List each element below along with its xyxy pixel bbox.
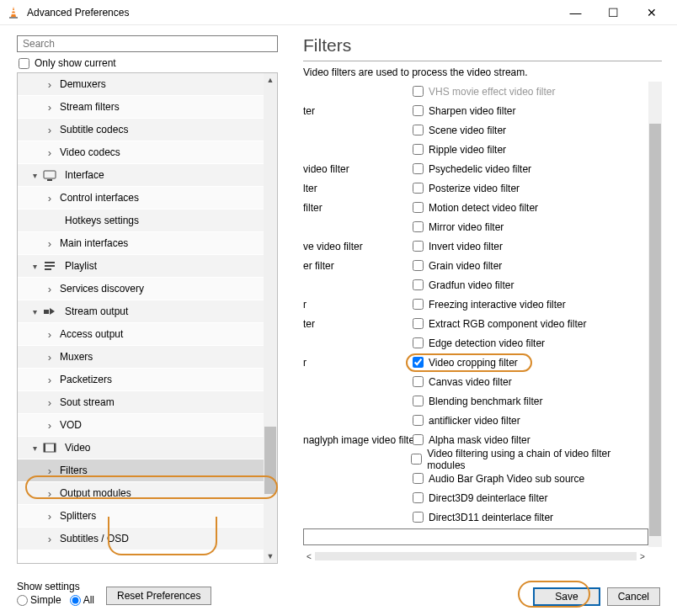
filter-checkbox[interactable] — [411, 454, 422, 465]
tree-scrollbar[interactable]: ▲ ▼ — [264, 73, 277, 563]
filter-checkbox[interactable] — [413, 86, 424, 97]
tree-row[interactable]: ›Services discovery — [18, 278, 264, 300]
collapse-icon[interactable]: ▾ — [29, 171, 40, 180]
tree-row[interactable]: Hotkeys settings — [18, 210, 264, 232]
filter-row: Ripple video filter — [303, 140, 648, 159]
hscroll-right-icon[interactable]: > — [637, 552, 648, 561]
panel-desc: Video filters are used to process the vi… — [303, 66, 669, 78]
filter-checkbox[interactable] — [413, 357, 424, 368]
only-show-current-box[interactable] — [19, 58, 29, 69]
filter-checkbox[interactable] — [413, 221, 424, 232]
tree-row[interactable]: ›Filters — [18, 459, 264, 482]
filter-left-text: naglyph image video filter — [303, 434, 413, 446]
panel-vscrollbar[interactable] — [648, 82, 662, 547]
tree-label: Access output — [60, 328, 123, 340]
only-show-current-checkbox[interactable]: Only show current — [19, 57, 286, 69]
filter-checkbox[interactable] — [413, 279, 424, 290]
tree-row[interactable]: ›Control interfaces — [18, 187, 264, 210]
expand-icon[interactable]: › — [45, 78, 55, 91]
filter-checkbox[interactable] — [413, 144, 424, 155]
filter-checkbox[interactable] — [413, 376, 424, 387]
expand-icon[interactable]: › — [45, 101, 55, 114]
filter-row: Direct3D11 deinterlace filter — [303, 507, 648, 527]
cancel-button[interactable]: Cancel — [607, 587, 660, 606]
radio-simple[interactable]: Simple — [17, 594, 61, 606]
tree-row[interactable]: ›Subtitle codecs — [18, 119, 264, 141]
tree-row[interactable]: ›Muxers — [18, 346, 264, 369]
tree-row[interactable]: ›Packetizers — [18, 369, 264, 391]
tree-row[interactable]: ›Access output — [18, 323, 264, 346]
tree-row[interactable]: ›Sout stream — [18, 391, 264, 414]
radio-all[interactable]: All — [70, 594, 94, 606]
svg-rect-1 — [9, 17, 18, 19]
hscroll-left-icon[interactable]: < — [303, 552, 315, 561]
tree-row[interactable]: ▾Video — [18, 437, 264, 459]
tree-row[interactable]: ›Video codecs — [18, 141, 264, 164]
expand-icon[interactable]: › — [45, 351, 55, 364]
tree-row[interactable]: ›Stream filters — [18, 96, 264, 119]
expand-icon[interactable]: › — [45, 396, 55, 409]
minimize-button[interactable]: — — [557, 0, 594, 25]
filter-label: Mirror video filter — [429, 221, 504, 233]
save-button[interactable]: Save — [533, 587, 600, 606]
tree-row[interactable]: ›Main interfaces — [18, 232, 264, 255]
filter-label: Posterize video filter — [429, 183, 520, 194]
reset-preferences-button[interactable]: Reset Preferences — [106, 587, 211, 605]
filter-checkbox[interactable] — [413, 434, 424, 445]
collapse-icon[interactable]: ▾ — [29, 443, 40, 453]
collapse-icon[interactable]: ▾ — [29, 307, 40, 316]
filter-checkbox[interactable] — [413, 473, 424, 484]
search-input[interactable] — [17, 35, 278, 52]
close-button[interactable]: ✕ — [632, 0, 670, 25]
expand-icon[interactable]: › — [45, 328, 55, 341]
expand-icon[interactable]: › — [45, 533, 55, 545]
hscroll-track[interactable] — [315, 552, 637, 560]
filter-checkbox[interactable] — [413, 125, 424, 135]
filter-checkbox[interactable] — [413, 396, 424, 406]
filter-row: Blending benchmark filter — [303, 391, 648, 411]
filter-text-input[interactable] — [303, 528, 648, 545]
expand-icon[interactable]: › — [45, 510, 55, 523]
filter-checkbox[interactable] — [413, 260, 424, 271]
filter-left-text: ter — [303, 318, 413, 330]
filter-checkbox[interactable] — [413, 492, 424, 503]
filter-checkbox[interactable] — [413, 202, 424, 213]
scroll-down-icon[interactable]: ▼ — [264, 550, 277, 563]
filter-checkbox[interactable] — [413, 337, 424, 348]
tree-row[interactable]: ›Splitters — [18, 505, 264, 528]
expand-icon[interactable]: › — [45, 465, 55, 477]
expand-icon[interactable]: › — [45, 487, 55, 500]
tree-row[interactable]: ›Demuxers — [18, 73, 264, 96]
filter-checkbox[interactable] — [413, 415, 424, 426]
collapse-icon[interactable]: ▾ — [29, 262, 40, 271]
tree-row[interactable]: ›VOD — [18, 414, 264, 437]
filter-checkbox[interactable] — [413, 183, 424, 194]
expand-icon[interactable]: › — [45, 419, 55, 432]
panel-hscrollbar[interactable]: < > — [303, 550, 648, 562]
filter-checkbox[interactable] — [413, 318, 424, 329]
svg-rect-4 — [44, 171, 56, 178]
filter-checkbox[interactable] — [413, 241, 424, 252]
svg-rect-12 — [54, 443, 56, 452]
scroll-thumb[interactable] — [264, 427, 276, 494]
expand-icon[interactable]: › — [45, 374, 55, 386]
tree-row[interactable]: ▾Stream output — [18, 300, 264, 323]
tree-row[interactable]: ›Output modules — [18, 482, 264, 505]
filter-checkbox[interactable] — [413, 105, 424, 116]
tree-label: Playlist — [65, 260, 97, 272]
filter-checkbox[interactable] — [413, 163, 424, 174]
expand-icon[interactable]: › — [45, 237, 55, 250]
maximize-button[interactable]: ☐ — [594, 0, 632, 25]
tree-row[interactable]: ▾Interface — [18, 164, 264, 187]
tree-row[interactable]: ▾Playlist — [18, 255, 264, 278]
expand-icon[interactable]: › — [45, 192, 55, 204]
filter-row: filterMotion detect video filter — [303, 198, 648, 217]
expand-icon[interactable]: › — [45, 283, 55, 295]
tree-row[interactable]: ›Subtitles / OSD — [18, 528, 264, 550]
panel-vscroll-thumb[interactable] — [649, 124, 661, 536]
filter-checkbox[interactable] — [413, 299, 424, 310]
expand-icon[interactable]: › — [45, 124, 55, 136]
expand-icon[interactable]: › — [45, 146, 55, 159]
scroll-up-icon[interactable]: ▲ — [264, 73, 277, 87]
filter-checkbox[interactable] — [413, 512, 424, 523]
